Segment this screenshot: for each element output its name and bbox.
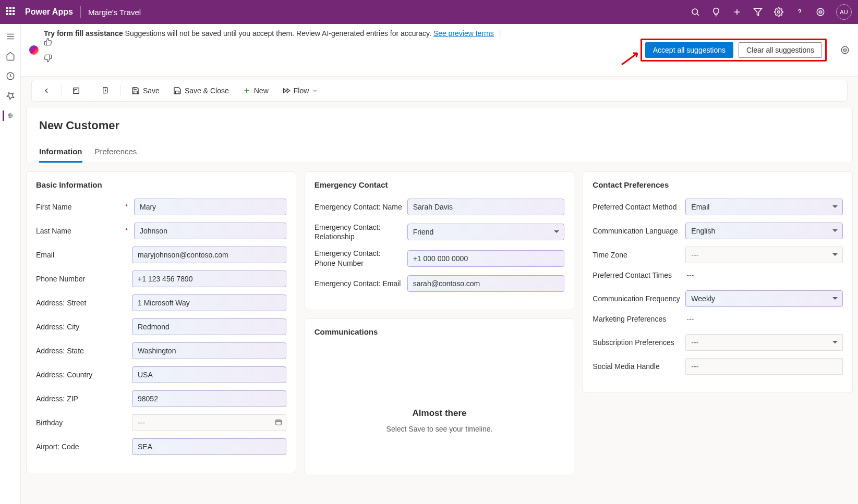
phone-input[interactable] bbox=[132, 271, 286, 287]
app-title: Power Apps bbox=[25, 7, 73, 17]
preview-terms-link[interactable]: See preview terms bbox=[433, 29, 494, 38]
street-input[interactable] bbox=[132, 294, 286, 311]
section-contact-preferences: Contact Preferences Preferred Contact Me… bbox=[583, 171, 853, 393]
communication-language-select[interactable] bbox=[685, 223, 843, 239]
highlight-annotation: Accept all suggestions Clear all suggest… bbox=[641, 39, 827, 62]
field-label: Preferred Contact Method bbox=[593, 202, 681, 212]
calendar-icon[interactable] bbox=[275, 419, 282, 426]
tab-information[interactable]: Information bbox=[39, 147, 82, 163]
airport-code-input[interactable] bbox=[132, 438, 286, 455]
timezone-select[interactable] bbox=[685, 247, 843, 263]
subscription-preferences-select[interactable] bbox=[685, 334, 843, 351]
emergency-phone-input[interactable] bbox=[407, 250, 565, 267]
section-title: Emergency Contact bbox=[315, 180, 565, 189]
pin-icon[interactable] bbox=[5, 91, 16, 101]
section-title: Basic Information bbox=[36, 180, 286, 189]
svg-marker-4 bbox=[754, 8, 762, 16]
field-label: Airport: Code bbox=[36, 442, 119, 451]
emergency-email-input[interactable] bbox=[407, 275, 565, 292]
city-input[interactable] bbox=[132, 318, 286, 335]
svg-point-13 bbox=[841, 46, 849, 54]
accept-all-suggestions-button[interactable]: Accept all suggestions bbox=[645, 42, 733, 58]
svg-rect-14 bbox=[74, 88, 79, 94]
zip-input[interactable] bbox=[132, 390, 286, 407]
preferred-contact-method-select[interactable] bbox=[685, 199, 843, 215]
field-label: Communication Frequency bbox=[593, 294, 681, 303]
save-button[interactable]: Save bbox=[126, 83, 165, 98]
svg-point-7 bbox=[817, 8, 824, 16]
app-launcher-icon[interactable] bbox=[6, 7, 17, 17]
add-icon[interactable] bbox=[732, 7, 742, 17]
field-label: Emergency Contact: Email bbox=[315, 279, 403, 288]
save-close-button[interactable]: Save & Close bbox=[168, 83, 234, 98]
communication-frequency-select[interactable] bbox=[685, 290, 843, 307]
open-in-new-window-button[interactable] bbox=[67, 83, 86, 98]
search-icon[interactable] bbox=[690, 7, 700, 17]
chevron-down-icon bbox=[312, 88, 318, 94]
social-media-handle-input[interactable] bbox=[685, 358, 843, 375]
field-label: Email bbox=[36, 250, 119, 260]
copilot-header-icon[interactable] bbox=[815, 7, 826, 17]
field-label: Communication Language bbox=[593, 226, 681, 236]
form-fill-assistance-banner: Try form fill assistance Suggestions wil… bbox=[21, 24, 858, 77]
required-indicator: * bbox=[124, 227, 128, 235]
new-button[interactable]: New bbox=[237, 83, 274, 98]
field-label: Preferred Contact Times bbox=[593, 271, 681, 280]
field-label: Emergency Contact: Relationship bbox=[315, 223, 403, 241]
emergency-relationship-select[interactable] bbox=[407, 224, 565, 240]
hamburger-icon[interactable] bbox=[5, 31, 16, 42]
left-navigation-rail bbox=[0, 24, 21, 504]
field-label: Time Zone bbox=[593, 250, 681, 260]
marketing-preferences-value[interactable]: --- bbox=[685, 315, 843, 323]
global-header: Power Apps Margie's Travel AU bbox=[0, 0, 858, 24]
country-input[interactable] bbox=[132, 366, 286, 383]
show-as-button[interactable] bbox=[96, 83, 115, 98]
email-input[interactable] bbox=[132, 247, 286, 263]
preferred-contact-times-value[interactable]: --- bbox=[685, 271, 843, 279]
field-label: Social Media Handle bbox=[593, 362, 681, 371]
home-icon[interactable] bbox=[5, 51, 16, 62]
section-title: Communications bbox=[315, 327, 565, 336]
svg-line-1 bbox=[697, 14, 698, 15]
clear-all-suggestions-button[interactable]: Clear all suggestions bbox=[739, 42, 822, 58]
annotation-arrow bbox=[621, 50, 642, 66]
section-title: Contact Preferences bbox=[593, 180, 843, 189]
svg-rect-18 bbox=[275, 420, 281, 425]
header-divider bbox=[80, 6, 81, 18]
field-label: Last Name bbox=[36, 226, 119, 236]
field-label: First Name bbox=[36, 202, 119, 212]
field-label: Birthday bbox=[36, 418, 119, 427]
page-title: New Customer bbox=[39, 119, 840, 132]
emergency-name-input[interactable] bbox=[407, 199, 565, 215]
command-bar: Save Save & Close New Flow bbox=[31, 80, 848, 102]
help-icon[interactable] bbox=[794, 7, 805, 17]
state-input[interactable] bbox=[132, 342, 286, 359]
birthday-input[interactable] bbox=[132, 414, 286, 431]
copilot-pane-toggle-icon[interactable] bbox=[840, 45, 850, 55]
first-name-input[interactable] bbox=[134, 199, 286, 215]
back-button[interactable] bbox=[37, 83, 56, 98]
field-label: Emergency Contact: Name bbox=[315, 202, 403, 212]
form-header-card: New Customer Information Preferences bbox=[26, 107, 853, 163]
last-name-input[interactable] bbox=[134, 223, 286, 239]
section-basic-information: Basic Information First Name * Last Name… bbox=[26, 171, 296, 473]
field-label: Address: ZIP bbox=[36, 394, 119, 403]
timeline-empty-title: Almost there bbox=[325, 408, 554, 419]
field-label: Address: Street bbox=[36, 298, 119, 308]
sitemap-icon[interactable] bbox=[3, 110, 13, 121]
user-avatar[interactable]: AU bbox=[836, 4, 852, 20]
recent-icon[interactable] bbox=[5, 71, 16, 81]
field-label: Address: State bbox=[36, 346, 119, 355]
field-label: Address: City bbox=[36, 322, 119, 331]
required-indicator: * bbox=[124, 203, 128, 211]
lightbulb-icon[interactable] bbox=[711, 7, 721, 17]
filter-icon[interactable] bbox=[753, 7, 763, 17]
timeline-empty-subtitle: Select Save to see your timeline. bbox=[325, 425, 554, 433]
environment-name[interactable]: Margie's Travel bbox=[88, 8, 141, 17]
thumbs-down-icon[interactable] bbox=[44, 46, 503, 71]
flow-button[interactable]: Flow bbox=[277, 83, 324, 98]
tab-preferences[interactable]: Preferences bbox=[95, 147, 137, 163]
gear-icon[interactable] bbox=[774, 7, 784, 17]
form-tabs: Information Preferences bbox=[39, 147, 840, 163]
svg-point-5 bbox=[778, 11, 780, 14]
